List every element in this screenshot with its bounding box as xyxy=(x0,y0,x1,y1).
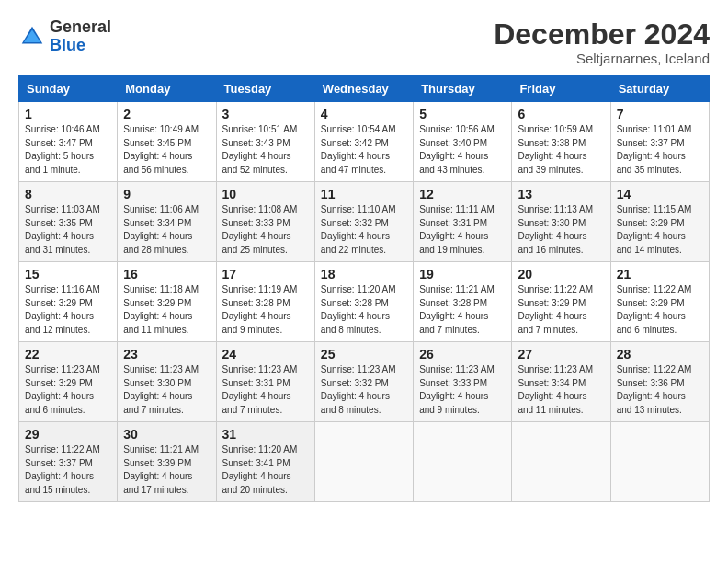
day-info: Sunrise: 10:54 AM Sunset: 3:42 PM Daylig… xyxy=(321,123,407,177)
day-info: Sunrise: 11:22 AM Sunset: 3:36 PM Daylig… xyxy=(617,363,703,417)
day-info: Sunrise: 11:15 AM Sunset: 3:29 PM Daylig… xyxy=(617,203,703,257)
day-number: 25 xyxy=(321,347,407,362)
day-number: 26 xyxy=(419,347,506,362)
logo-icon xyxy=(18,23,46,51)
calendar-cell: 29 Sunrise: 11:22 AM Sunset: 3:37 PM Day… xyxy=(19,422,118,502)
day-number: 18 xyxy=(321,267,407,282)
day-info: Sunrise: 11:23 AM Sunset: 3:32 PM Daylig… xyxy=(321,363,407,417)
day-number: 21 xyxy=(617,267,703,282)
calendar-cell: 24 Sunrise: 11:23 AM Sunset: 3:31 PM Day… xyxy=(216,342,314,422)
calendar-cell: 31 Sunrise: 11:20 AM Sunset: 3:41 PM Day… xyxy=(216,422,314,502)
day-number: 4 xyxy=(321,107,407,121)
day-info: Sunrise: 11:23 AM Sunset: 3:31 PM Daylig… xyxy=(222,363,309,417)
calendar-cell xyxy=(512,422,610,502)
day-info: Sunrise: 11:18 AM Sunset: 3:29 PM Daylig… xyxy=(123,283,210,337)
day-number: 1 xyxy=(25,107,111,121)
header-sunday: Sunday xyxy=(19,76,118,102)
header-saturday: Saturday xyxy=(610,76,709,102)
calendar-cell: 13 Sunrise: 11:13 AM Sunset: 3:30 PM Day… xyxy=(512,182,610,262)
day-info: Sunrise: 11:23 AM Sunset: 3:33 PM Daylig… xyxy=(419,363,506,417)
calendar-cell: 27 Sunrise: 11:23 AM Sunset: 3:34 PM Day… xyxy=(512,342,610,422)
header-tuesday: Tuesday xyxy=(216,76,314,102)
calendar-cell: 15 Sunrise: 11:16 AM Sunset: 3:29 PM Day… xyxy=(19,262,118,342)
day-number: 13 xyxy=(518,187,604,201)
day-number: 10 xyxy=(222,187,309,201)
calendar-cell xyxy=(610,422,709,502)
day-info: Sunrise: 11:03 AM Sunset: 3:35 PM Daylig… xyxy=(25,203,111,257)
calendar-cell: 28 Sunrise: 11:22 AM Sunset: 3:36 PM Day… xyxy=(610,342,709,422)
day-number: 17 xyxy=(222,267,309,282)
calendar-cell: 21 Sunrise: 11:22 AM Sunset: 3:29 PM Day… xyxy=(610,262,709,342)
day-number: 22 xyxy=(25,347,111,362)
calendar-cell: 7 Sunrise: 11:01 AM Sunset: 3:37 PM Dayl… xyxy=(610,102,709,182)
day-info: Sunrise: 11:20 AM Sunset: 3:41 PM Daylig… xyxy=(222,443,309,497)
day-info: Sunrise: 10:56 AM Sunset: 3:40 PM Daylig… xyxy=(419,123,506,177)
calendar-cell: 3 Sunrise: 10:51 AM Sunset: 3:43 PM Dayl… xyxy=(216,102,314,182)
calendar-cell: 17 Sunrise: 11:19 AM Sunset: 3:28 PM Day… xyxy=(216,262,314,342)
logo: General Blue xyxy=(18,18,111,55)
title-section: December 2024 Seltjarnarnes, Iceland xyxy=(494,18,710,66)
calendar: Sunday Monday Tuesday Wednesday Thursday… xyxy=(18,75,710,502)
day-info: Sunrise: 11:16 AM Sunset: 3:29 PM Daylig… xyxy=(25,283,111,337)
day-info: Sunrise: 11:23 AM Sunset: 3:34 PM Daylig… xyxy=(518,363,604,417)
page-container: General Blue December 2024 Seltjarnarnes… xyxy=(18,18,710,502)
day-info: Sunrise: 11:19 AM Sunset: 3:28 PM Daylig… xyxy=(222,283,309,337)
day-number: 5 xyxy=(419,107,506,121)
calendar-cell: 22 Sunrise: 11:23 AM Sunset: 3:29 PM Day… xyxy=(19,342,118,422)
calendar-cell: 18 Sunrise: 11:20 AM Sunset: 3:28 PM Day… xyxy=(314,262,413,342)
calendar-cell: 9 Sunrise: 11:06 AM Sunset: 3:34 PM Dayl… xyxy=(118,182,216,262)
calendar-cell: 10 Sunrise: 11:08 AM Sunset: 3:33 PM Day… xyxy=(216,182,314,262)
calendar-cell: 12 Sunrise: 11:11 AM Sunset: 3:31 PM Day… xyxy=(414,182,512,262)
day-info: Sunrise: 11:22 AM Sunset: 3:29 PM Daylig… xyxy=(617,283,703,337)
calendar-cell: 6 Sunrise: 10:59 AM Sunset: 3:38 PM Dayl… xyxy=(512,102,610,182)
day-number: 19 xyxy=(419,267,506,282)
calendar-cell: 4 Sunrise: 10:54 AM Sunset: 3:42 PM Dayl… xyxy=(314,102,413,182)
location: Seltjarnarnes, Iceland xyxy=(494,51,710,66)
day-info: Sunrise: 11:20 AM Sunset: 3:28 PM Daylig… xyxy=(321,283,407,337)
day-info: Sunrise: 11:21 AM Sunset: 3:28 PM Daylig… xyxy=(419,283,506,337)
day-number: 8 xyxy=(25,187,111,201)
calendar-cell: 1 Sunrise: 10:46 AM Sunset: 3:47 PM Dayl… xyxy=(19,102,118,182)
month-title: December 2024 xyxy=(494,18,710,51)
header: General Blue December 2024 Seltjarnarnes… xyxy=(18,18,710,66)
day-number: 2 xyxy=(123,107,210,121)
day-info: Sunrise: 11:06 AM Sunset: 3:34 PM Daylig… xyxy=(123,203,210,257)
day-info: Sunrise: 10:46 AM Sunset: 3:47 PM Daylig… xyxy=(25,123,111,177)
day-number: 31 xyxy=(222,427,309,442)
calendar-cell: 14 Sunrise: 11:15 AM Sunset: 3:29 PM Day… xyxy=(610,182,709,262)
day-info: Sunrise: 11:23 AM Sunset: 3:29 PM Daylig… xyxy=(25,363,111,417)
day-number: 3 xyxy=(222,107,309,121)
header-thursday: Thursday xyxy=(414,76,512,102)
day-info: Sunrise: 10:51 AM Sunset: 3:43 PM Daylig… xyxy=(222,123,309,177)
day-info: Sunrise: 11:08 AM Sunset: 3:33 PM Daylig… xyxy=(222,203,309,257)
calendar-cell: 26 Sunrise: 11:23 AM Sunset: 3:33 PM Day… xyxy=(414,342,512,422)
day-number: 27 xyxy=(518,347,604,362)
calendar-cell: 30 Sunrise: 11:21 AM Sunset: 3:39 PM Day… xyxy=(118,422,216,502)
day-info: Sunrise: 11:13 AM Sunset: 3:30 PM Daylig… xyxy=(518,203,604,257)
calendar-cell: 25 Sunrise: 11:23 AM Sunset: 3:32 PM Day… xyxy=(314,342,413,422)
day-number: 28 xyxy=(617,347,703,362)
day-info: Sunrise: 11:21 AM Sunset: 3:39 PM Daylig… xyxy=(123,443,210,497)
day-number: 24 xyxy=(222,347,309,362)
day-info: Sunrise: 11:22 AM Sunset: 3:37 PM Daylig… xyxy=(25,443,111,497)
day-number: 15 xyxy=(25,267,111,282)
day-info: Sunrise: 10:59 AM Sunset: 3:38 PM Daylig… xyxy=(518,123,604,177)
calendar-cell: 8 Sunrise: 11:03 AM Sunset: 3:35 PM Dayl… xyxy=(19,182,118,262)
calendar-cell: 19 Sunrise: 11:21 AM Sunset: 3:28 PM Day… xyxy=(414,262,512,342)
day-number: 12 xyxy=(419,187,506,201)
logo-general: General xyxy=(50,18,111,37)
header-wednesday: Wednesday xyxy=(314,76,413,102)
day-number: 14 xyxy=(617,187,703,201)
calendar-cell: 5 Sunrise: 10:56 AM Sunset: 3:40 PM Dayl… xyxy=(414,102,512,182)
day-number: 30 xyxy=(123,427,210,442)
calendar-cell: 11 Sunrise: 11:10 AM Sunset: 3:32 PM Day… xyxy=(314,182,413,262)
logo-blue: Blue xyxy=(50,37,111,55)
calendar-cell: 2 Sunrise: 10:49 AM Sunset: 3:45 PM Dayl… xyxy=(118,102,216,182)
weekday-header-row: Sunday Monday Tuesday Wednesday Thursday… xyxy=(19,76,710,102)
calendar-cell: 20 Sunrise: 11:22 AM Sunset: 3:29 PM Day… xyxy=(512,262,610,342)
day-number: 29 xyxy=(25,427,111,442)
day-info: Sunrise: 11:11 AM Sunset: 3:31 PM Daylig… xyxy=(419,203,506,257)
day-number: 16 xyxy=(123,267,210,282)
day-number: 11 xyxy=(321,187,407,201)
calendar-cell: 16 Sunrise: 11:18 AM Sunset: 3:29 PM Day… xyxy=(118,262,216,342)
